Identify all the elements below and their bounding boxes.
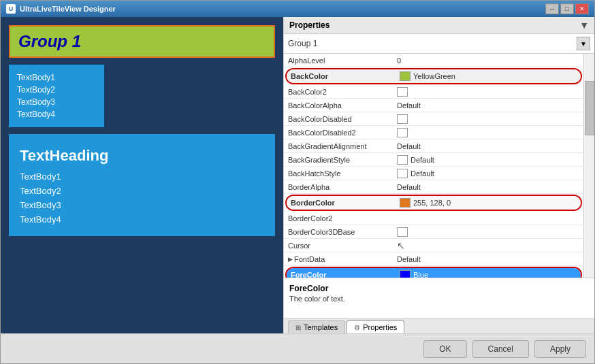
properties-table: AlphaLevel 0 BackColor YellowGreen [284,54,583,278]
bordercolor-text: 255, 128, 0 [413,199,451,207]
prop-row-backcolordisabled: BackColorDisabled [284,112,583,126]
prop-row-backcoloralpha: BackColorAlpha Default [284,99,583,112]
prop-value-backgradientstyle: Default [393,153,583,166]
prop-name-backcoloralpha: BackColorAlpha [284,99,393,112]
tile-large-body3: TextBody3 [20,199,264,213]
prop-name-backgradientalignment: BackGradientAlignment [284,139,393,152]
prop-value-fontdata: Default [393,252,583,265]
backhatchstyle-swatch [397,169,408,178]
prop-row-borderalpha: BorderAlpha Default [284,180,583,194]
prop-row-backgradientstyle: BackGradientStyle Default [284,153,583,167]
main-content: Group 1 TextBody1 TextBody2 TextBody3 Te… [1,17,594,333]
prop-value-backcolordisabled [393,112,583,125]
main-window: U UltraLiveTileView Designer ─ □ ✕ Group… [0,0,595,364]
minimize-button[interactable]: ─ [545,3,559,14]
title-bar-left: U UltraLiveTileView Designer [6,4,116,14]
prop-row-bordercolor[interactable]: BorderColor 255, 128, 0 [287,196,581,210]
prop-value-bordercolor3dbase [393,225,583,238]
properties-dropdown-button[interactable]: ▼ [577,37,590,50]
props-scroll-container: AlphaLevel 0 BackColor YellowGreen [284,54,594,278]
close-button[interactable]: ✕ [575,3,589,14]
prop-row-forecolor[interactable]: ForeColor Blue [287,268,581,278]
description-area: ForeColor The color of text. [284,278,594,318]
prop-name-bordercolor2: BorderColor2 [284,212,393,225]
prop-value-backcoloralpha: Default [393,99,583,112]
bottom-tabs: ⊞ Templates ⚙ Properties [284,318,594,333]
prop-row-bordercolor2: BorderColor2 [284,212,583,225]
tile-small-body3: TextBody3 [17,96,96,108]
tile-large-body2: TextBody2 [20,184,264,199]
description-text: The color of text. [289,295,589,303]
backcolor2-swatch [397,87,408,97]
prop-row-backcolor-wrapper: BackColor YellowGreen [285,68,582,84]
tab-templates[interactable]: ⊞ Templates [288,320,345,333]
tile-small-body4: TextBody4 [17,108,96,120]
prop-value-backgradientalignment: Default [393,139,583,152]
prop-row-bordercolor3dbase: BorderColor3DBase [284,225,583,239]
description-title: ForeColor [289,284,589,293]
backhatchstyle-text: Default [411,169,434,178]
prop-name-backhatchstyle: BackHatchStyle [284,167,393,180]
bordercolor-swatch [400,198,411,208]
title-bar: U UltraLiveTileView Designer ─ □ ✕ [1,1,594,17]
tile-large: TextHeading TextBody1 TextBody2 TextBody… [9,134,275,236]
prop-name-backgradientstyle: BackGradientStyle [284,153,393,166]
apply-button[interactable]: Apply [534,340,586,358]
prop-value-backhatchstyle: Default [393,167,583,180]
prop-name-bordercolor3dbase: BorderColor3DBase [284,225,393,238]
properties-selected-item: Group 1 [288,39,577,48]
window-title: UltraLiveTileView Designer [20,5,116,13]
tile-small: TextBody1 TextBody2 TextBody3 TextBody4 [9,65,104,127]
prop-name-backcolor: BackColor [287,69,396,83]
backcolor-text: YellowGreen [413,72,455,80]
tile-small-body1: TextBody1 [17,71,96,84]
prop-value-borderalpha: Default [393,180,583,193]
backcolordisabled2-swatch [397,128,408,137]
prop-value-forecolor: Blue [396,268,581,278]
designer-panel: Group 1 TextBody1 TextBody2 TextBody3 Te… [1,17,283,333]
ok-button[interactable]: OK [423,340,466,358]
prop-name-fontdata: ▶ FontData [284,252,393,265]
properties-panel: Properties ▼ Group 1 ▼ AlphaLevel 0 [283,17,594,333]
prop-name-alphalevel: AlphaLevel [284,54,393,67]
prop-name-forecolor: ForeColor [287,268,396,278]
prop-value-alphalevel: 0 [393,54,583,67]
scrollbar-track[interactable] [583,54,594,278]
footer: OK Cancel Apply [1,333,594,363]
cancel-button[interactable]: Cancel [472,340,529,358]
prop-row-bordercolor-wrapper: BorderColor 255, 128, 0 [285,195,582,211]
prop-value-backcolordisabled2 [393,126,583,139]
fontdata-expand-icon: ▶ [288,256,293,263]
prop-value-backcolor: YellowGreen [396,69,581,83]
prop-row-backcolor2: BackColor2 [284,85,583,99]
tab-templates-label: Templates [304,323,338,331]
backcolordisabled-swatch [397,114,408,124]
prop-value-backcolor2 [393,85,583,98]
app-icon: U [6,4,16,14]
forecolor-swatch [400,270,411,278]
prop-value-cursor: ↖ [393,239,583,252]
prop-name-bordercolor: BorderColor [287,196,396,210]
properties-expand-icon: ▼ [579,20,589,31]
title-bar-controls: ─ □ ✕ [545,3,589,14]
scrollbar-thumb[interactable] [585,81,594,135]
templates-icon: ⊞ [295,324,301,331]
tab-properties-label: Properties [363,323,397,331]
prop-name-cursor: Cursor [284,239,393,252]
properties-header: Properties ▼ [284,17,594,34]
prop-row-backcolordisabled2: BackColorDisabled2 [284,126,583,139]
prop-row-backcolor[interactable]: BackColor YellowGreen [287,69,581,83]
prop-row-alphalevel: AlphaLevel 0 [284,54,583,67]
group-header: Group 1 [9,25,275,58]
tile-large-body1: TextBody1 [20,170,264,184]
tile-large-body4: TextBody4 [20,213,264,227]
prop-name-backcolor2: BackColor2 [284,85,393,98]
maximize-button[interactable]: □ [560,3,574,14]
tile-heading: TextHeading [20,144,264,167]
properties-title: Properties [289,20,329,30]
prop-row-fontdata: ▶ FontData Default [284,252,583,266]
prop-value-bordercolor2 [393,212,583,225]
prop-name-backcolordisabled: BackColorDisabled [284,112,393,125]
tab-properties[interactable]: ⚙ Properties [347,320,404,333]
bordercolor3dbase-swatch [397,227,408,237]
